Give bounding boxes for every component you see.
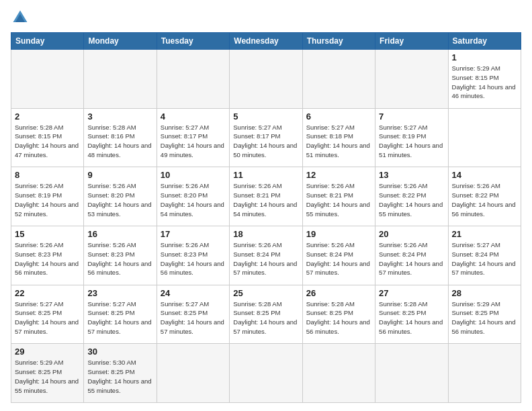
day-info: Sunrise: 5:26 AM Sunset: 8:20 PM Dayligh… xyxy=(87,181,152,218)
daylight-hours: Daylight: 14 hours and 56 minutes. xyxy=(452,318,516,335)
day-info: Sunrise: 5:28 AM Sunset: 8:25 PM Dayligh… xyxy=(379,300,444,336)
sunset-time: Sunset: 8:25 PM xyxy=(452,309,499,316)
daylight-hours: Daylight: 14 hours and 47 minutes. xyxy=(15,142,79,158)
calendar-cell xyxy=(375,50,448,109)
calendar-cell: 13 Sunrise: 5:26 AM Sunset: 8:22 PM Dayl… xyxy=(375,167,448,226)
sunset-time: Sunset: 8:25 PM xyxy=(15,309,62,316)
sunset-time: Sunset: 8:25 PM xyxy=(15,368,62,375)
sunrise-time: Sunrise: 5:26 AM xyxy=(15,241,63,248)
sunrise-time: Sunrise: 5:27 AM xyxy=(233,124,281,131)
day-info: Sunrise: 5:26 AM Sunset: 8:23 PM Dayligh… xyxy=(87,240,152,277)
calendar-cell xyxy=(157,344,229,403)
calendar-cell: 19 Sunrise: 5:26 AM Sunset: 8:24 PM Dayl… xyxy=(302,226,375,285)
sunset-time: Sunset: 8:23 PM xyxy=(161,250,208,258)
day-number: 26 xyxy=(306,288,371,298)
daylight-hours: Daylight: 14 hours and 55 minutes. xyxy=(379,201,443,218)
day-info: Sunrise: 5:27 AM Sunset: 8:17 PM Dayligh… xyxy=(233,123,298,160)
calendar-cell: 6 Sunrise: 5:27 AM Sunset: 8:18 PM Dayli… xyxy=(302,108,375,167)
day-info: Sunrise: 5:27 AM Sunset: 8:24 PM Dayligh… xyxy=(452,240,517,277)
day-info: Sunrise: 5:28 AM Sunset: 8:16 PM Dayligh… xyxy=(87,123,152,160)
col-header-sunday: Sunday xyxy=(11,33,84,50)
daylight-hours: Daylight: 14 hours and 54 minutes. xyxy=(233,201,297,218)
sunrise-time: Sunrise: 5:27 AM xyxy=(161,300,209,308)
day-info: Sunrise: 5:28 AM Sunset: 8:25 PM Dayligh… xyxy=(306,300,371,336)
calendar-cell: 4 Sunrise: 5:27 AM Sunset: 8:17 PM Dayli… xyxy=(157,108,229,167)
sunrise-time: Sunrise: 5:26 AM xyxy=(379,241,427,248)
logo xyxy=(11,8,32,27)
sunrise-time: Sunrise: 5:27 AM xyxy=(15,300,63,308)
day-number: 1 xyxy=(452,52,517,62)
week-row-5: 22 Sunrise: 5:27 AM Sunset: 8:25 PM Dayl… xyxy=(11,285,521,344)
week-row-4: 15 Sunrise: 5:26 AM Sunset: 8:23 PM Dayl… xyxy=(11,226,521,285)
calendar-cell: 30 Sunrise: 5:30 AM Sunset: 8:25 PM Dayl… xyxy=(84,344,157,403)
calendar-cell: 11 Sunrise: 5:26 AM Sunset: 8:21 PM Dayl… xyxy=(230,167,302,226)
calendar-cell: 16 Sunrise: 5:26 AM Sunset: 8:23 PM Dayl… xyxy=(84,226,157,285)
sunset-time: Sunset: 8:19 PM xyxy=(15,191,62,199)
calendar-cell xyxy=(302,50,375,109)
calendar-cell: 2 Sunrise: 5:28 AM Sunset: 8:15 PM Dayli… xyxy=(11,108,84,167)
day-number: 29 xyxy=(15,347,80,357)
calendar-cell: 23 Sunrise: 5:27 AM Sunset: 8:25 PM Dayl… xyxy=(84,285,157,344)
day-info: Sunrise: 5:27 AM Sunset: 8:17 PM Dayligh… xyxy=(161,123,226,160)
calendar-cell: 28 Sunrise: 5:29 AM Sunset: 8:25 PM Dayl… xyxy=(448,285,521,344)
day-number: 18 xyxy=(233,229,298,239)
day-info: Sunrise: 5:29 AM Sunset: 8:25 PM Dayligh… xyxy=(452,300,517,336)
daylight-hours: Daylight: 14 hours and 57 minutes. xyxy=(233,260,297,277)
day-number: 9 xyxy=(87,170,152,180)
week-row-6: 29 Sunrise: 5:29 AM Sunset: 8:25 PM Dayl… xyxy=(11,344,521,403)
calendar-body: 1 Sunrise: 5:29 AM Sunset: 8:15 PM Dayli… xyxy=(11,50,521,403)
day-number: 17 xyxy=(161,229,226,239)
day-number: 13 xyxy=(379,170,444,180)
col-header-friday: Friday xyxy=(375,33,448,50)
daylight-hours: Daylight: 14 hours and 55 minutes. xyxy=(306,201,370,218)
sunrise-time: Sunrise: 5:27 AM xyxy=(306,124,355,131)
sunset-time: Sunset: 8:25 PM xyxy=(87,368,134,375)
sunrise-time: Sunrise: 5:26 AM xyxy=(161,182,209,189)
sunrise-time: Sunrise: 5:26 AM xyxy=(87,241,136,248)
col-header-thursday: Thursday xyxy=(302,33,375,50)
calendar-cell: 1 Sunrise: 5:29 AM Sunset: 8:15 PM Dayli… xyxy=(448,50,521,109)
sunrise-time: Sunrise: 5:26 AM xyxy=(452,182,500,189)
daylight-hours: Daylight: 14 hours and 56 minutes. xyxy=(87,260,151,277)
daylight-hours: Daylight: 14 hours and 56 minutes. xyxy=(161,260,224,277)
day-info: Sunrise: 5:26 AM Sunset: 8:22 PM Dayligh… xyxy=(379,181,444,218)
day-number: 28 xyxy=(452,288,517,298)
day-number: 4 xyxy=(161,111,226,122)
daylight-hours: Daylight: 14 hours and 55 minutes. xyxy=(87,377,151,394)
week-row-3: 8 Sunrise: 5:26 AM Sunset: 8:19 PM Dayli… xyxy=(11,167,521,226)
calendar-cell xyxy=(11,50,84,109)
sunrise-time: Sunrise: 5:26 AM xyxy=(379,182,427,189)
sunrise-time: Sunrise: 5:28 AM xyxy=(379,300,427,308)
calendar-cell: 26 Sunrise: 5:28 AM Sunset: 8:25 PM Dayl… xyxy=(302,285,375,344)
day-number: 24 xyxy=(161,288,226,298)
sunset-time: Sunset: 8:18 PM xyxy=(306,132,353,140)
day-number: 12 xyxy=(306,170,371,180)
daylight-hours: Daylight: 14 hours and 57 minutes. xyxy=(452,260,516,277)
daylight-hours: Daylight: 14 hours and 56 minutes. xyxy=(15,260,79,277)
calendar-cell: 22 Sunrise: 5:27 AM Sunset: 8:25 PM Dayl… xyxy=(11,285,84,344)
daylight-hours: Daylight: 14 hours and 56 minutes. xyxy=(379,318,443,335)
calendar-cell: 21 Sunrise: 5:27 AM Sunset: 8:24 PM Dayl… xyxy=(448,226,521,285)
sunrise-time: Sunrise: 5:30 AM xyxy=(87,359,136,366)
calendar-cell: 8 Sunrise: 5:26 AM Sunset: 8:19 PM Dayli… xyxy=(11,167,84,226)
daylight-hours: Daylight: 14 hours and 57 minutes. xyxy=(87,318,151,335)
day-number: 7 xyxy=(379,111,444,122)
day-info: Sunrise: 5:26 AM Sunset: 8:21 PM Dayligh… xyxy=(233,181,298,218)
sunset-time: Sunset: 8:24 PM xyxy=(379,250,426,258)
sunset-time: Sunset: 8:22 PM xyxy=(379,191,426,199)
sunset-time: Sunset: 8:17 PM xyxy=(161,132,208,140)
calendar-cell: 29 Sunrise: 5:29 AM Sunset: 8:25 PM Dayl… xyxy=(11,344,84,403)
daylight-hours: Daylight: 14 hours and 46 minutes. xyxy=(452,83,516,100)
day-number: 21 xyxy=(452,229,517,239)
daylight-hours: Daylight: 14 hours and 52 minutes. xyxy=(15,201,79,218)
calendar-cell xyxy=(448,344,521,403)
sunrise-time: Sunrise: 5:29 AM xyxy=(452,300,500,308)
calendar-cell: 10 Sunrise: 5:26 AM Sunset: 8:20 PM Dayl… xyxy=(157,167,229,226)
calendar-cell: 12 Sunrise: 5:26 AM Sunset: 8:21 PM Dayl… xyxy=(302,167,375,226)
sunset-time: Sunset: 8:22 PM xyxy=(452,191,499,199)
sunset-time: Sunset: 8:21 PM xyxy=(306,191,353,199)
daylight-hours: Daylight: 14 hours and 57 minutes. xyxy=(233,318,297,335)
sunrise-time: Sunrise: 5:28 AM xyxy=(233,300,281,308)
sunset-time: Sunset: 8:21 PM xyxy=(233,191,280,199)
calendar-cell xyxy=(230,344,302,403)
